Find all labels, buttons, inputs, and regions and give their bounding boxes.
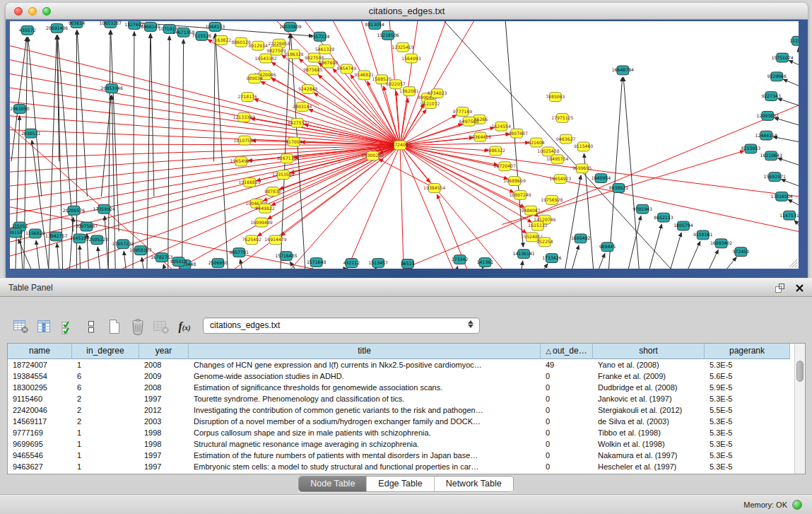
table-cell[interactable]: Changes of HCN gene expression and I(f) … bbox=[189, 359, 541, 370]
table-cell[interactable]: Wolkin et al. (1998) bbox=[593, 438, 705, 450]
table-cell[interactable]: 49 bbox=[541, 359, 593, 370]
table-cell[interactable]: Estimation of significance thresholds fo… bbox=[189, 382, 541, 393]
resize-grip-icon[interactable] bbox=[788, 258, 798, 268]
table-cell[interactable]: 1997 bbox=[139, 461, 189, 472]
table-cell[interactable]: 9463627 bbox=[8, 461, 72, 472]
column-header-name[interactable]: name bbox=[8, 344, 72, 359]
table-cell[interactable]: 1998 bbox=[139, 438, 189, 450]
graph-node[interactable]: 14671358 bbox=[172, 28, 194, 37]
graph-node[interactable]: 805013 bbox=[170, 257, 187, 267]
table-cell[interactable]: 22420046 bbox=[8, 404, 72, 416]
graph-node[interactable]: 16648784 bbox=[612, 66, 634, 75]
table-cell[interactable]: 1 bbox=[72, 359, 139, 370]
graph-node[interactable]: 12093832 bbox=[757, 111, 779, 120]
graph-node[interactable]: 621604 bbox=[528, 138, 545, 147]
graph-node[interactable]: 39159 bbox=[10, 228, 23, 238]
table-cell[interactable]: 2 bbox=[72, 416, 139, 427]
graph-node[interactable]: 20364456 bbox=[469, 132, 491, 141]
graph-node[interactable]: 18495754 bbox=[546, 155, 568, 164]
graph-node[interactable]: 12505123 bbox=[86, 235, 108, 245]
graph-node[interactable]: 16210643 bbox=[760, 151, 782, 160]
graph-node[interactable]: 1564093 bbox=[401, 54, 420, 63]
table-cell[interactable]: Stergiakouli et al. (2012) bbox=[593, 404, 705, 416]
graph-node[interactable]: 6822057 bbox=[386, 80, 405, 89]
graph-node[interactable]: 8652113 bbox=[654, 213, 673, 222]
table-cell[interactable]: 0 bbox=[541, 416, 593, 427]
table-cell[interactable]: Hescheler et al. (1997) bbox=[593, 461, 705, 472]
table-cell[interactable]: Dudbridge et al. (2008) bbox=[593, 382, 705, 393]
new-column-icon[interactable] bbox=[106, 317, 123, 337]
graph-node[interactable]: 989034 bbox=[246, 74, 263, 83]
graph-node[interactable]: 1167531 bbox=[779, 211, 799, 220]
graph-node[interactable]: 16033809 bbox=[279, 22, 301, 31]
table-cell[interactable]: 9465546 bbox=[8, 450, 72, 461]
row-height-icon[interactable] bbox=[83, 317, 100, 337]
table-cell[interactable]: 0 bbox=[541, 438, 593, 450]
graph-node[interactable]: 7357224 bbox=[310, 32, 329, 41]
table-cell[interactable]: 0 bbox=[541, 382, 593, 393]
graph-node[interactable]: 9146821 bbox=[355, 71, 374, 80]
table-cell[interactable]: Nakamura et al. (1997) bbox=[593, 450, 705, 461]
table-row[interactable]: 2242004622012Investigating the contribut… bbox=[8, 404, 805, 416]
table-cell[interactable]: 5.3E-5 bbox=[705, 359, 790, 370]
table-row[interactable]: 977716911998Corpus callosum shape and si… bbox=[8, 427, 805, 438]
graph-node[interactable]: 8813054 bbox=[365, 21, 384, 29]
table-cell[interactable]: 0 bbox=[541, 393, 593, 404]
graph-node[interactable]: 1156829 bbox=[25, 229, 45, 238]
table-row[interactable]: 946362711997Embryonic stem cells: a mode… bbox=[8, 461, 805, 472]
graph-node[interactable]: 12133389 bbox=[233, 112, 255, 122]
graph-node[interactable]: 9227343 bbox=[762, 92, 781, 101]
table-cell[interactable]: de Silva et al. (2003) bbox=[593, 416, 705, 427]
table-cell[interactable]: 0 bbox=[541, 370, 593, 382]
table-cell[interactable]: 1998 bbox=[139, 427, 189, 438]
network-graph-svg[interactable]: 4355722069140690361410653287132760264661… bbox=[10, 21, 799, 269]
table-cell[interactable]: 9115460 bbox=[8, 393, 72, 404]
table-cell[interactable]: 2012 bbox=[139, 404, 189, 416]
graph-node[interactable]: 16782753 bbox=[151, 253, 172, 262]
table-cell[interactable]: 5.3E-5 bbox=[705, 427, 790, 438]
table-cell[interactable]: Embryonic stem cells: a model to study s… bbox=[189, 461, 541, 472]
table-cell[interactable]: 5.5E-5 bbox=[705, 404, 790, 416]
graph-node[interactable]: 887833 bbox=[264, 187, 281, 196]
table-cell[interactable]: 9699695 bbox=[8, 438, 72, 450]
table-cell[interactable]: Jankovic et al. (1997) bbox=[593, 393, 705, 404]
graph-node[interactable]: 173342 bbox=[452, 255, 469, 264]
graph-node[interactable]: 20206576 bbox=[63, 206, 85, 215]
graph-node[interactable]: 10807487 bbox=[505, 129, 527, 138]
show-columns-icon[interactable] bbox=[36, 317, 53, 337]
table-cell[interactable]: Franke et al. (2009) bbox=[593, 370, 705, 382]
graph-node[interactable]: 8449822 bbox=[255, 204, 274, 213]
table-cell[interactable]: Disruption of a novel member of a sodium… bbox=[189, 416, 541, 427]
graph-node[interactable]: 989445 bbox=[599, 243, 616, 252]
table-row[interactable]: 969969511998Structural magnetic resonanc… bbox=[8, 438, 805, 450]
graph-node[interactable]: 1615132 bbox=[528, 221, 547, 230]
table-cell[interactable]: 0 bbox=[541, 450, 593, 461]
graph-node[interactable]: 9115460 bbox=[574, 142, 593, 151]
graph-node[interactable]: 20053346 bbox=[101, 84, 123, 93]
graph-node[interactable]: 12444158 bbox=[755, 131, 777, 140]
graph-node[interactable]: 9121072 bbox=[420, 100, 440, 109]
graph-node[interactable]: 18807249 bbox=[509, 190, 531, 199]
network-canvas[interactable]: 4355722069140690361410653287132760264661… bbox=[10, 21, 799, 269]
graph-node[interactable]: 111510 bbox=[789, 36, 799, 45]
table-cell[interactable]: 2009 bbox=[139, 370, 189, 382]
table-cell[interactable]: Structural magnetic resonance image aver… bbox=[189, 438, 541, 450]
table-cell[interactable]: Investigating the contribution of common… bbox=[189, 404, 541, 416]
graph-node[interactable]: 13942757 bbox=[45, 232, 67, 241]
graph-node[interactable]: 8912934 bbox=[248, 41, 267, 50]
table-cell[interactable]: 0 bbox=[541, 427, 593, 438]
table-row[interactable]: 1456911722003Disruption of a novel membe… bbox=[8, 416, 805, 427]
graph-node[interactable]: 16099489 bbox=[250, 218, 272, 227]
delete-column-trash-icon[interactable] bbox=[129, 317, 146, 337]
graph-node[interactable]: 7625402 bbox=[242, 235, 261, 245]
graph-node[interactable]: 8186328 bbox=[284, 49, 303, 59]
graph-node[interactable]: 10688609 bbox=[504, 177, 526, 186]
graph-node[interactable]: 903614 bbox=[69, 21, 86, 28]
table-selector-combobox[interactable]: citations_edges.txt bbox=[203, 317, 480, 334]
table-cell[interactable]: 14569117 bbox=[8, 416, 72, 427]
table-cell[interactable]: Corpus callosum shape and size in male p… bbox=[189, 427, 541, 438]
tab-network-table[interactable]: Network Table bbox=[435, 477, 513, 491]
graph-node[interactable]: 18107554 bbox=[234, 136, 256, 145]
graph-node[interactable]: 5461328 bbox=[315, 45, 334, 54]
float-panel-icon[interactable] bbox=[774, 282, 785, 293]
